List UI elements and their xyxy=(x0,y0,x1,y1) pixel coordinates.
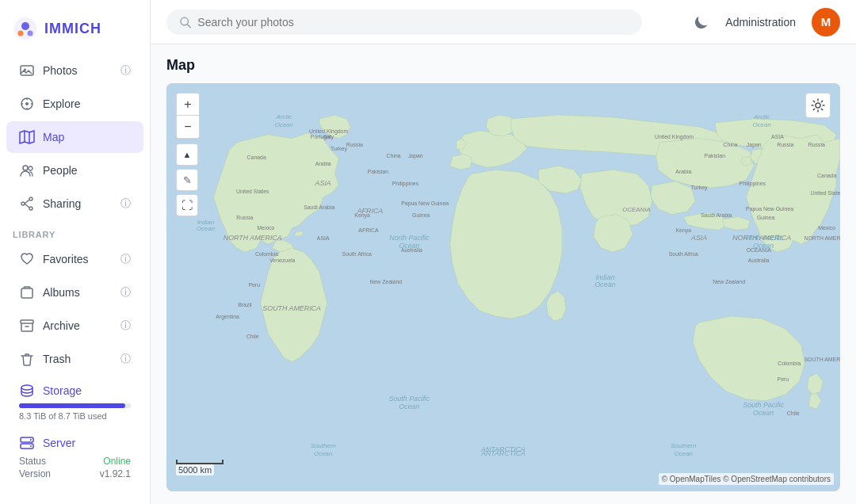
svg-point-28 xyxy=(30,439,32,441)
library-section-label: LIBRARY xyxy=(0,220,150,242)
nav-sharing[interactable]: Sharing ⓘ xyxy=(6,188,143,220)
svg-text:Colombia: Colombia xyxy=(778,361,801,366)
svg-point-3 xyxy=(28,31,33,36)
svg-text:South Pacific: South Pacific xyxy=(388,395,430,403)
svg-point-1 xyxy=(21,22,29,30)
svg-text:Arctic: Arctic xyxy=(753,113,770,120)
svg-point-7 xyxy=(25,102,29,105)
svg-text:ASIA: ASIA xyxy=(690,234,707,242)
administration-button[interactable]: Administration xyxy=(725,16,796,29)
server-label: Server xyxy=(19,435,131,451)
server-status-row: Status Online xyxy=(19,456,131,467)
north-reset-button[interactable]: ▲ xyxy=(176,143,198,166)
search-bar[interactable] xyxy=(166,10,642,35)
people-icon xyxy=(19,162,35,178)
header: Administration M xyxy=(151,0,856,44)
svg-point-15 xyxy=(23,166,28,170)
sharing-icon xyxy=(19,196,35,212)
photos-label: Photos xyxy=(43,64,78,77)
map-settings-button[interactable] xyxy=(805,93,831,118)
svg-point-29 xyxy=(30,445,32,447)
svg-text:Russia: Russia xyxy=(236,215,253,220)
sharing-label: Sharing xyxy=(43,197,81,210)
svg-text:Saudi Arabia: Saudi Arabia xyxy=(701,212,732,218)
dark-mode-button[interactable] xyxy=(694,14,709,30)
svg-text:Kenya: Kenya xyxy=(354,212,370,219)
header-right: Administration M xyxy=(694,8,840,36)
albums-info-icon[interactable]: ⓘ xyxy=(120,285,131,300)
svg-text:AFRICA: AFRICA xyxy=(358,227,379,233)
nav-people[interactable]: People xyxy=(6,155,143,186)
map-icon xyxy=(19,129,35,145)
zoom-in-button[interactable]: + xyxy=(177,94,199,116)
svg-text:Philippines: Philippines xyxy=(392,181,419,187)
nav-map[interactable]: Map xyxy=(6,121,143,153)
page-title: Map xyxy=(166,57,840,74)
svg-text:China: China xyxy=(387,153,401,158)
svg-text:Saudi Arabia: Saudi Arabia xyxy=(304,204,334,210)
server-status-value: Online xyxy=(103,456,131,467)
search-input[interactable] xyxy=(197,16,629,29)
map-container[interactable]: North Pacific Ocean South Pacific Ocean … xyxy=(166,83,840,491)
svg-point-18 xyxy=(29,207,32,210)
nav-trash[interactable]: Trash ⓘ xyxy=(6,343,143,375)
svg-text:Papua New Guinea: Papua New Guinea xyxy=(401,200,449,207)
server-icon xyxy=(19,435,35,451)
svg-text:NORTH AMERICA: NORTH AMERICA xyxy=(224,234,282,242)
svg-text:North Pacific: North Pacific xyxy=(389,234,430,242)
map-tools xyxy=(805,93,831,118)
svg-text:United Kingdom: United Kingdom xyxy=(655,134,694,140)
pencil-button[interactable]: ✎ xyxy=(176,169,198,191)
svg-text:Russia: Russia xyxy=(808,142,825,147)
photos-info-icon[interactable]: ⓘ xyxy=(120,63,131,78)
svg-text:South Africa: South Africa xyxy=(342,251,372,257)
world-map-svg: North Pacific Ocean South Pacific Ocean … xyxy=(166,83,840,491)
svg-point-19 xyxy=(21,202,25,205)
zoom-out-button[interactable]: − xyxy=(177,116,199,138)
nav-favorites[interactable]: Favorites ⓘ xyxy=(6,243,143,275)
svg-rect-23 xyxy=(21,320,33,323)
svg-text:Ocean: Ocean xyxy=(594,281,615,289)
svg-line-21 xyxy=(25,204,29,208)
svg-text:Guinea: Guinea xyxy=(412,212,430,218)
sharing-info-icon[interactable]: ⓘ xyxy=(120,197,131,211)
svg-text:Southern: Southern xyxy=(671,442,697,449)
svg-text:Peru: Peru xyxy=(778,376,789,382)
server-status-label: Status xyxy=(19,456,46,467)
svg-text:Colombia: Colombia xyxy=(255,251,278,257)
svg-text:Arabia: Arabia xyxy=(315,161,331,166)
photos-icon xyxy=(19,63,35,78)
svg-text:Russia: Russia xyxy=(777,142,793,147)
avatar[interactable]: M xyxy=(812,8,840,36)
svg-point-17 xyxy=(29,197,32,200)
nav-albums[interactable]: Albums ⓘ xyxy=(6,277,143,308)
svg-rect-22 xyxy=(21,288,32,298)
trash-label: Trash xyxy=(43,353,71,365)
svg-text:South Africa: South Africa xyxy=(669,251,698,257)
fullscreen-button[interactable]: ⛶ xyxy=(176,194,198,216)
svg-text:Turkey: Turkey xyxy=(691,185,708,191)
archive-icon xyxy=(19,318,35,334)
nav-explore[interactable]: Explore xyxy=(6,88,143,120)
page-content: Map xyxy=(151,44,856,504)
storage-title: Storage xyxy=(43,384,82,397)
trash-info-icon[interactable]: ⓘ xyxy=(120,352,131,366)
svg-text:Philippines: Philippines xyxy=(739,181,766,187)
svg-text:Australia: Australia xyxy=(401,247,422,253)
nav-archive[interactable]: Archive ⓘ xyxy=(6,310,143,342)
svg-text:Ocean: Ocean xyxy=(399,403,419,410)
favorites-info-icon[interactable]: ⓘ xyxy=(120,252,131,266)
svg-text:ASIA: ASIA xyxy=(317,235,330,241)
svg-text:Ocean: Ocean xyxy=(314,450,333,457)
server-meta: Status Online Version v1.92.1 xyxy=(19,456,131,479)
svg-text:Japan: Japan xyxy=(747,142,762,148)
people-label: People xyxy=(43,164,78,177)
search-icon xyxy=(179,16,191,29)
main-content: Administration M Map xyxy=(151,0,856,504)
svg-text:United States: United States xyxy=(810,190,840,196)
map-scale: 5000 km xyxy=(176,460,224,475)
nav-photos[interactable]: Photos ⓘ xyxy=(6,55,143,86)
logo-icon xyxy=(13,16,38,41)
archive-info-icon[interactable]: ⓘ xyxy=(120,319,131,333)
albums-icon xyxy=(19,284,35,300)
